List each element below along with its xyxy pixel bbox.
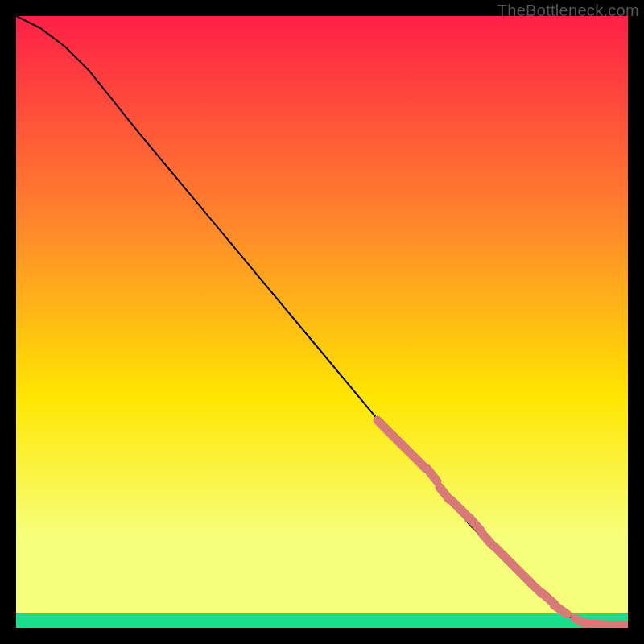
chart-frame: TheBottleneck.com (0, 0, 644, 644)
data-marker (584, 623, 600, 625)
gradient-background (16, 16, 628, 628)
bottleneck-chart (16, 16, 628, 628)
